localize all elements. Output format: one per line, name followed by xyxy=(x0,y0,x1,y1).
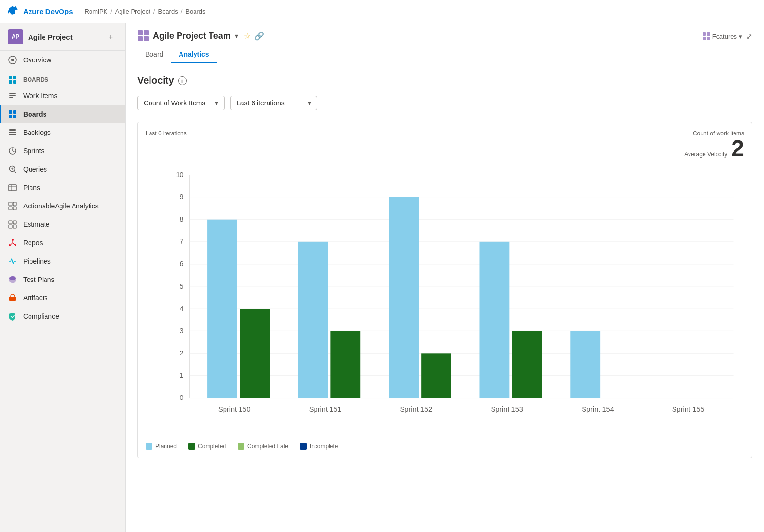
sidebar-label-pipelines: Pipelines xyxy=(23,257,51,265)
svg-text:4: 4 xyxy=(180,305,184,312)
svg-rect-2 xyxy=(9,76,12,79)
svg-text:3: 3 xyxy=(180,327,184,335)
page-tabs: Board Analytics xyxy=(137,46,752,63)
tab-analytics[interactable]: Analytics xyxy=(171,46,216,63)
team-chevron-icon[interactable]: ▾ xyxy=(235,32,238,40)
iterations-filter-dropdown[interactable]: Last 6 iterations ▾ xyxy=(230,96,317,110)
queries-icon xyxy=(8,164,17,174)
svg-text:9: 9 xyxy=(180,193,184,201)
svg-rect-14 xyxy=(9,132,16,133)
sidebar-label-work-items: Work Items xyxy=(23,92,58,100)
estimate-icon xyxy=(8,220,17,229)
sprints-icon xyxy=(8,146,17,156)
test-plans-icon xyxy=(8,275,17,284)
favorite-icon[interactable]: ☆ xyxy=(244,31,251,41)
breadcrumb-sep-1: / xyxy=(110,8,112,15)
svg-text:0: 0 xyxy=(180,394,184,401)
incomplete-label: Incomplete xyxy=(310,443,338,450)
team-selector: Agile Project Team ▾ ☆ 🔗 xyxy=(137,30,264,42)
azure-devops-logo[interactable]: Azure DevOps xyxy=(8,6,73,17)
sidebar: AP Agile Project + Overview xyxy=(0,23,126,532)
sidebar-item-work-items[interactable]: Work Items xyxy=(0,87,125,105)
velocity-title: Velocity xyxy=(137,75,174,86)
svg-text:8: 8 xyxy=(180,215,184,223)
sidebar-item-repos[interactable]: Repos xyxy=(0,234,125,252)
info-icon[interactable]: i xyxy=(178,76,187,85)
svg-rect-9 xyxy=(9,110,12,114)
expand-icon[interactable]: ⤢ xyxy=(746,32,752,41)
breadcrumb-boards2[interactable]: Boards xyxy=(185,8,205,15)
svg-rect-39 xyxy=(703,32,706,36)
sidebar-item-overview[interactable]: Overview xyxy=(0,51,125,69)
section-title: Velocity i xyxy=(137,75,752,86)
svg-rect-29 xyxy=(13,225,16,228)
sidebar-item-backlogs[interactable]: Backlogs xyxy=(0,123,125,142)
svg-line-18 xyxy=(14,171,16,173)
actionable-icon xyxy=(8,201,17,211)
svg-rect-36 xyxy=(144,30,149,35)
plans-icon xyxy=(8,183,17,192)
svg-rect-11 xyxy=(9,115,12,118)
svg-text:10: 10 xyxy=(176,171,183,178)
team-icon xyxy=(137,30,149,42)
filter-bar: Count of Work Items ▾ Last 6 iterations … xyxy=(137,96,752,110)
sidebar-item-estimate[interactable]: Estimate xyxy=(0,215,125,234)
sidebar-item-queries[interactable]: Queries xyxy=(0,160,125,178)
chart-area: Last 6 iterations Count of work items Av… xyxy=(137,122,752,458)
page-tab-actions: Features ▾ ⤢ xyxy=(703,32,752,45)
sidebar-item-test-plans[interactable]: Test Plans xyxy=(0,270,125,289)
manage-team-icon[interactable]: 🔗 xyxy=(255,31,264,41)
sidebar-label-artifacts: Artifacts xyxy=(23,294,48,302)
svg-rect-25 xyxy=(13,207,16,210)
metric-filter-chevron-icon: ▾ xyxy=(215,99,218,107)
completed-label: Completed xyxy=(198,443,226,450)
sidebar-item-pipelines[interactable]: Pipelines xyxy=(0,252,125,270)
bar-sprint150-planned xyxy=(207,220,237,398)
svg-text:7: 7 xyxy=(180,237,184,245)
sidebar-label-queries: Queries xyxy=(23,165,47,173)
avatar: AP xyxy=(8,29,23,44)
tab-board[interactable]: Board xyxy=(137,46,171,63)
breadcrumb-sep-3: / xyxy=(181,8,183,15)
svg-rect-23 xyxy=(13,202,16,206)
sidebar-label-overview: Overview xyxy=(23,56,51,64)
sidebar-item-sprints[interactable]: Sprints xyxy=(0,142,125,160)
planned-label: Planned xyxy=(155,443,177,450)
breadcrumb-boards1[interactable]: Boards xyxy=(158,8,178,15)
sidebar-item-plans[interactable]: Plans xyxy=(0,178,125,197)
incomplete-swatch xyxy=(300,443,307,450)
sidebar-item-compliance[interactable]: Compliance xyxy=(0,307,125,325)
sidebar-item-boards[interactable]: Boards xyxy=(0,105,125,123)
svg-rect-4 xyxy=(9,80,12,84)
metric-filter-dropdown[interactable]: Count of Work Items ▾ xyxy=(137,96,225,110)
iterations-filter-chevron-icon: ▾ xyxy=(308,99,311,107)
legend-completed: Completed xyxy=(188,443,226,450)
svg-rect-3 xyxy=(13,76,16,79)
main-layout: AP Agile Project + Overview xyxy=(0,23,764,532)
bar-sprint154-planned xyxy=(570,331,600,398)
team-name: Agile Project Team xyxy=(153,31,231,41)
breadcrumb-project[interactable]: Agile Project xyxy=(115,8,150,15)
sidebar-nav: Overview Boards xyxy=(0,51,125,532)
svg-rect-28 xyxy=(9,225,12,228)
svg-rect-40 xyxy=(707,32,710,36)
features-button[interactable]: Features ▾ xyxy=(703,32,742,40)
overview-icon xyxy=(8,55,17,65)
svg-text:Sprint 154: Sprint 154 xyxy=(582,405,614,413)
breadcrumb-romipk[interactable]: RomiPK xyxy=(85,8,108,15)
svg-text:2: 2 xyxy=(180,349,184,357)
svg-text:Sprint 151: Sprint 151 xyxy=(309,405,342,413)
completed-late-swatch xyxy=(238,443,244,450)
add-button[interactable]: + xyxy=(104,30,118,44)
average-velocity-label: Average Velocity xyxy=(684,151,727,158)
sidebar-label-sprints: Sprints xyxy=(23,147,45,155)
bar-sprint153-completed xyxy=(512,331,542,398)
svg-rect-6 xyxy=(9,93,16,94)
sidebar-item-boards-group[interactable]: Boards xyxy=(0,69,125,87)
completed-swatch xyxy=(188,443,195,450)
page-header: Agile Project Team ▾ ☆ 🔗 xyxy=(126,23,764,63)
sidebar-item-artifacts[interactable]: Artifacts xyxy=(0,289,125,307)
sidebar-item-actionable[interactable]: ActionableAgile Analytics xyxy=(0,197,125,215)
analytics-content: Velocity i Count of Work Items ▾ Last 6 … xyxy=(126,63,764,532)
svg-rect-42 xyxy=(707,37,710,40)
